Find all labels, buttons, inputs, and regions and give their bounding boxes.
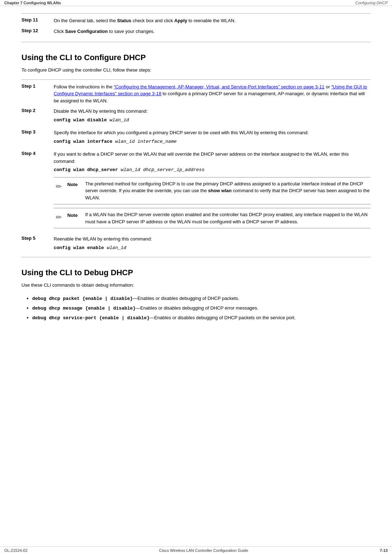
cli-step-4-label: Step 4 — [21, 151, 54, 156]
note-box-2: ✏ Note If a WLAN has the DHCP server ove… — [54, 208, 371, 228]
cmd-wlan-enable-param: wlan_id — [107, 245, 126, 251]
apply-bold: Apply — [174, 18, 187, 23]
main-content: Step 11 On the General tab, select the S… — [0, 6, 392, 345]
step-12-body: Click Save Configuration to save your ch… — [54, 28, 371, 35]
header-right: Configuring DHCP — [355, 1, 388, 5]
note-content-1: The preferred method for configuring DHC… — [85, 180, 371, 201]
step-11-body: On the General tab, select the Status ch… — [54, 17, 371, 24]
cli-step-5-row: Step 5 Reenable the WLAN by entering thi… — [21, 235, 371, 257]
show-wlan-bold: show wlan — [208, 188, 232, 193]
cli-step-2-command: config wlan disable wlan_id — [54, 116, 371, 124]
status-bold: Status — [117, 18, 131, 23]
cli-debug-intro: Use these CLI commands to obtain debug i… — [21, 282, 371, 289]
cmd-wlan-disable: config wlan disable — [54, 117, 110, 123]
note-box-1: ✏ Note The preferred method for configur… — [54, 177, 371, 205]
link-management-interfaces[interactable]: “Configuring the Management, AP-Manager,… — [114, 84, 325, 89]
debug-bullet-list: debug dhcp packet {enable | disable}—Ena… — [32, 295, 371, 322]
note-content-2: If a WLAN has the DHCP server override o… — [85, 211, 371, 225]
cmd-wlan-dhcp-server-params: wlan_id dhcp_server_ip_address — [121, 167, 204, 172]
cli-step-5-command: config wlan enable wlan_id — [54, 244, 371, 252]
cmd-debug-dhcp-packet: debug dhcp packet — [32, 296, 82, 301]
step-11-row: Step 11 On the General tab, select the S… — [21, 17, 371, 24]
header-bar: Chapter 7 Configuring WLANs Configuring … — [0, 0, 392, 6]
step-12-row: Step 12 Click Save Configuration to save… — [21, 28, 371, 35]
cli-step-3-label: Step 3 — [21, 129, 54, 135]
cmd-debug-dhcp-service-port-braces: {enable | disable} — [99, 315, 149, 321]
pencil-icon-1: ✏ — [54, 181, 64, 192]
cli-step-1-row: Step 1 Follow the instructions in the “C… — [21, 83, 371, 105]
cmd-wlan-interface-params: wlan_id interface_name — [115, 139, 177, 144]
cmd-wlan-dhcp-server: config wlan dhcp_server — [54, 167, 121, 172]
footer-guide-name: Cisco Wireless LAN Controller Configurat… — [159, 548, 248, 553]
cmd-debug-dhcp-packet-braces: {enable | disable} — [82, 296, 132, 301]
enable-bold: enable — [85, 296, 102, 301]
cli-step-3-command: config wlan interface wlan_id interface_… — [54, 138, 371, 145]
cli-step-1-label: Step 1 — [21, 83, 54, 89]
cli-debug-heading: Using the CLI to Debug DHCP — [21, 268, 371, 277]
cli-configure-steps: Step 1 Follow the instructions in the “C… — [21, 79, 371, 258]
footer-bar: OL-21524-02 Cisco Wireless LAN Controlle… — [0, 546, 392, 554]
cmd-wlan-enable: config wlan enable — [54, 245, 107, 251]
cli-configure-intro: To configure DHCP using the controller C… — [21, 67, 371, 74]
enable-bold-3: enable — [102, 315, 119, 321]
top-steps-section: Step 11 On the General tab, select the S… — [21, 13, 371, 42]
cli-step-5-body: Reenable the WLAN by entering this comma… — [54, 235, 371, 253]
cmd-debug-dhcp-message: debug dhcp message — [32, 306, 85, 311]
pencil-icon-2: ✏ — [54, 212, 64, 223]
footer-doc-id: OL-21524-02 — [4, 548, 28, 553]
cli-step-2-label: Step 2 — [21, 108, 54, 113]
cli-step-2-row: Step 2 Disable the WLAN by entering this… — [21, 108, 371, 126]
enable-bold-2: enable — [88, 306, 105, 311]
step-11-label: Step 11 — [21, 17, 54, 23]
note-label-2: Note — [67, 212, 82, 219]
cmd-wlan-disable-param: wlan_id — [110, 117, 129, 123]
cmd-wlan-interface: config wlan interface — [54, 139, 115, 144]
footer-page-number: 7-13 — [380, 548, 388, 553]
cli-step-5-label: Step 5 — [21, 235, 54, 241]
cli-step-4-row: Step 4 If you want to define a DHCP serv… — [21, 151, 371, 232]
disable-bold: disable — [110, 296, 130, 301]
cli-step-1-body: Follow the instructions in the “Configur… — [54, 83, 371, 105]
note-label-1: Note — [67, 181, 82, 188]
cli-configure-heading: Using the CLI to Configure DHCP — [21, 53, 371, 62]
debug-bullet-3: debug dhcp service-port {enable | disabl… — [32, 314, 371, 322]
cli-step-4-body: If you want to define a DHCP server on t… — [54, 151, 371, 232]
cmd-debug-dhcp-service-port: debug dhcp service-port — [32, 315, 99, 321]
debug-bullet-2: debug dhcp message {enable | disable}—En… — [32, 304, 371, 312]
cli-step-3-body: Specify the interface for which you conf… — [54, 129, 371, 147]
header-left: Chapter 7 Configuring WLANs — [4, 1, 61, 5]
cli-step-4-command: config wlan dhcp_server wlan_id dhcp_ser… — [54, 166, 371, 174]
cli-step-2-body: Disable the WLAN by entering this comman… — [54, 108, 371, 126]
disable-bold-3: disable — [127, 315, 147, 321]
cli-step-3-row: Step 3 Specify the interface for which y… — [21, 129, 371, 147]
save-config-bold: Save Configuration — [65, 29, 108, 34]
debug-bullet-1: debug dhcp packet {enable | disable}—Ena… — [32, 295, 371, 303]
disable-bold-2: disable — [113, 306, 133, 311]
step-12-label: Step 12 — [21, 28, 54, 33]
cmd-debug-dhcp-message-braces: {enable | disable} — [85, 306, 135, 311]
